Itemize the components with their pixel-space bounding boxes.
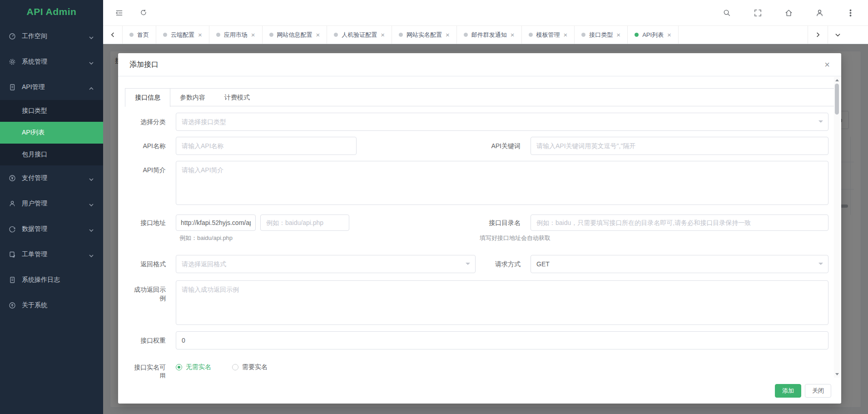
sidebar-item-api-management[interactable]: API管理 [0, 75, 103, 100]
close-icon[interactable]: × [316, 31, 320, 38]
radio-need-realname[interactable] [232, 364, 238, 370]
tab-cloud-config[interactable]: 云端配置 × [156, 26, 209, 44]
dashboard-icon [9, 33, 16, 40]
tab-dot [163, 33, 167, 37]
tabs-scroll-right-icon[interactable] [808, 26, 828, 44]
about-icon [9, 302, 16, 309]
add-button[interactable]: 添加 [775, 384, 801, 398]
sidebar-item-data[interactable]: 数据管理 [0, 216, 103, 242]
tabs-scroll-left-icon[interactable] [103, 26, 123, 44]
sidebar-item-system-log[interactable]: 系统操作日志 [0, 267, 103, 293]
tab-dot [334, 33, 338, 37]
tab-param-content[interactable]: 参数内容 [170, 89, 215, 106]
field-label-weight: 接口权重 [131, 331, 166, 345]
tab-mail-notify[interactable]: 邮件群发通知 × [457, 26, 522, 44]
tab-realname-config[interactable]: 网站实名配置 × [392, 26, 457, 44]
field-label-api-url: 接口地址 [131, 214, 166, 227]
return-format-select-input[interactable] [176, 255, 476, 273]
more-icon[interactable] [843, 5, 858, 20]
chevron-down-icon [89, 176, 94, 183]
scroll-up-icon[interactable] [834, 77, 840, 83]
refresh-icon[interactable] [136, 5, 151, 20]
work-order-icon [9, 251, 16, 258]
radio-no-realname-label[interactable]: 无需实名 [186, 363, 211, 371]
sidebar-item-monthly-api[interactable]: 包月接口 [0, 144, 103, 165]
field-label-api-keywords: API关键词 [480, 137, 521, 150]
sidebar-item-about[interactable]: 关于系统 [0, 293, 103, 318]
chevron-down-icon [89, 227, 94, 234]
tab-captcha-config[interactable]: 人机验证配置 × [327, 26, 392, 44]
close-icon[interactable]: × [667, 31, 671, 38]
chevron-down-icon [89, 201, 94, 209]
radio-no-realname[interactable] [176, 364, 182, 370]
category-select-input[interactable] [176, 113, 828, 131]
radio-need-realname-label[interactable]: 需要实名 [242, 363, 268, 371]
home-icon[interactable] [781, 5, 796, 20]
payment-icon [9, 175, 16, 182]
sidebar-item-work-order[interactable]: 工单管理 [0, 242, 103, 267]
close-icon[interactable]: × [824, 60, 830, 69]
scroll-down-icon[interactable] [834, 371, 840, 378]
sidebar-item-system[interactable]: 系统管理 [0, 49, 103, 75]
tab-dot [464, 33, 468, 37]
field-label-request-method: 请求方式 [480, 255, 521, 269]
success-example-textarea[interactable] [176, 280, 828, 325]
tab-home[interactable]: 首页 [123, 26, 156, 44]
api-keywords-input[interactable] [531, 137, 828, 155]
tab-dot [529, 33, 533, 37]
tab-billing-mode[interactable]: 计费模式 [215, 89, 259, 106]
fullscreen-icon[interactable] [750, 5, 765, 20]
api-dir-input[interactable] [531, 214, 828, 231]
sidebar-item-payment[interactable]: 支付管理 [0, 165, 103, 191]
chevron-down-icon [89, 252, 94, 259]
scrollbar-thumb[interactable] [835, 84, 839, 115]
close-icon[interactable]: × [446, 31, 450, 38]
request-method-select-input[interactable] [531, 255, 828, 273]
tab-api-info[interactable]: 接口信息 [125, 89, 170, 107]
api-intro-textarea[interactable] [176, 161, 828, 205]
return-format-select[interactable] [176, 255, 476, 273]
sidebar-item-api-list[interactable]: API列表 [0, 122, 103, 144]
tab-dot [129, 33, 134, 37]
collapse-sidebar-icon[interactable] [111, 5, 127, 20]
dialog-title: 添加接口 [129, 60, 159, 70]
close-icon[interactable]: × [251, 31, 255, 38]
sidebar-item-workspace[interactable]: 工作空间 [0, 24, 103, 49]
api-url-path-input[interactable] [260, 214, 349, 231]
close-icon[interactable]: × [616, 31, 620, 38]
close-icon[interactable]: × [381, 31, 385, 38]
api-url-help-text: 例如：baidu/api.php [179, 234, 233, 242]
field-label-realname: 接口实名可用 [131, 358, 166, 378]
api-name-input[interactable] [176, 137, 357, 155]
api-weight-input[interactable] [176, 331, 828, 349]
sidebar-item-api-type[interactable]: 接口类型 [0, 100, 103, 122]
close-icon[interactable]: × [511, 31, 515, 38]
dialog-scrollbar[interactable] [834, 77, 840, 378]
close-button[interactable]: 关闭 [805, 384, 831, 398]
tab-api-list[interactable]: API列表 × [628, 26, 679, 44]
close-icon[interactable]: × [564, 31, 568, 38]
api-url-prefix-input[interactable] [176, 214, 256, 231]
field-label-category: 选择分类 [131, 113, 166, 126]
field-label-api-name: API名称 [131, 137, 166, 150]
sidebar: API Admin 工作空间 系统管理 API管理 接口类型 API列表 包月接… [0, 0, 103, 414]
tab-api-type[interactable]: 接口类型 × [575, 26, 628, 44]
field-label-api-dir: 接口目录名 [480, 214, 521, 227]
request-method-select[interactable] [531, 255, 828, 273]
search-icon[interactable] [719, 5, 734, 20]
gear-icon [9, 58, 16, 65]
tab-app-market[interactable]: 应用市场 × [209, 26, 263, 44]
sidebar-item-users[interactable]: 用户管理 [0, 191, 103, 216]
tab-dot [399, 33, 403, 37]
tab-site-info-config[interactable]: 网站信息配置 × [263, 26, 327, 44]
app-logo: API Admin [0, 0, 103, 24]
dialog-body: 接口信息 参数内容 计费模式 选择分类 API名称 API关键词 [118, 76, 841, 378]
category-select[interactable] [176, 113, 828, 131]
tab-template-mgmt[interactable]: 模板管理 × [522, 26, 575, 44]
tab-dot [216, 33, 220, 37]
user-icon[interactable] [812, 5, 827, 20]
chevron-down-icon [89, 60, 94, 67]
tabs-menu-icon[interactable] [828, 26, 848, 44]
close-icon[interactable]: × [198, 31, 202, 38]
field-label-return-format: 返回格式 [131, 255, 166, 269]
